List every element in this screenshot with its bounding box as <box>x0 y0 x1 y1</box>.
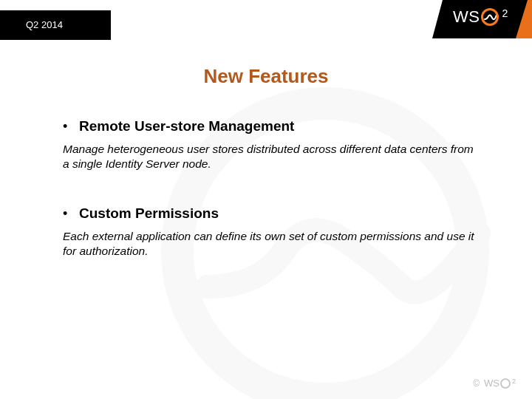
content-area: • Remote User-store Management Manage he… <box>63 118 477 293</box>
bullet-heading: Custom Permissions <box>79 205 219 222</box>
bullet-description: Each external application can define its… <box>63 229 477 259</box>
copyright-symbol: © <box>473 378 480 389</box>
brand-logo-ring-icon <box>481 8 499 26</box>
bullet-item: • Remote User-store Management <box>63 118 477 134</box>
brand-logo: WS 2 <box>432 0 532 38</box>
bullet-description: Manage heterogeneous user stores distrib… <box>63 142 477 171</box>
bullet-icon: • <box>63 119 79 134</box>
brand-logo-text: WS 2 <box>453 7 508 27</box>
quarter-label: Q2 2014 <box>0 10 111 40</box>
bullet-heading: Remote User-store Management <box>79 118 294 134</box>
footer-logo-ring-icon <box>500 378 511 389</box>
bullet-item: • Custom Permissions <box>63 205 477 222</box>
slide-title: New Features <box>0 65 532 88</box>
bullet-icon: • <box>63 206 79 221</box>
footer-brand-logo: WS 2 <box>484 378 516 389</box>
footer-copyright: © WS 2 <box>473 378 516 389</box>
